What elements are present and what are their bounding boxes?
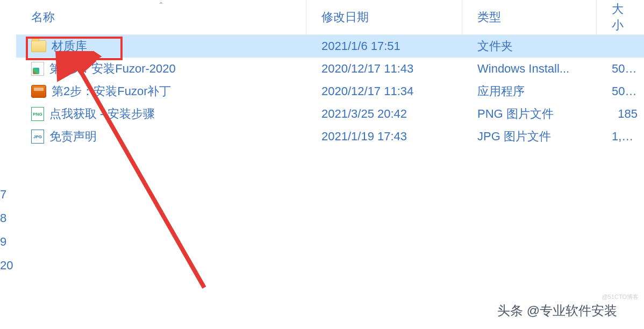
file-row[interactable]: 材质库 2021/1/6 17:51 文件夹 xyxy=(16,35,644,58)
application-icon xyxy=(31,85,46,98)
file-size-cell: 185 xyxy=(597,107,644,121)
column-header-date[interactable]: 修改日期 xyxy=(306,0,462,34)
file-size-cell: 504,120 xyxy=(597,62,644,76)
corner-watermark: @51CTO博客 xyxy=(602,293,639,301)
file-date-cell: 2020/12/17 11:43 xyxy=(306,62,462,76)
file-name-cell: 免责声明 xyxy=(16,128,306,145)
file-type-cell: 文件夹 xyxy=(462,38,597,54)
column-header-name-label: 名称 xyxy=(31,9,55,25)
file-date-cell: 2020/12/17 11:34 xyxy=(306,84,462,98)
file-name-label: 点我获取 - 安装步骤 xyxy=(49,106,155,122)
folder-icon xyxy=(31,40,46,52)
file-date-cell: 2021/1/6 17:51 xyxy=(306,39,462,53)
file-row[interactable]: 第1步：安装Fuzor-2020 2020/12/17 11:43 Window… xyxy=(16,58,644,80)
file-type-cell: PNG 图片文件 xyxy=(462,106,597,122)
file-row[interactable]: 点我获取 - 安装步骤 2021/3/25 20:42 PNG 图片文件 185 xyxy=(16,103,644,125)
column-header-row: 名称 ˄ 修改日期 类型 大小 xyxy=(16,0,644,35)
file-name-label: 第1步：安装Fuzor-2020 xyxy=(49,61,176,77)
column-header-type-label: 类型 xyxy=(477,9,501,25)
file-date-cell: 2021/1/19 17:43 xyxy=(306,130,462,144)
column-header-size[interactable]: 大小 xyxy=(597,0,644,34)
file-type-cell: JPG 图片文件 xyxy=(462,128,597,145)
file-explorer-list: 名称 ˄ 修改日期 类型 大小 材质库 2021/1/6 17:51 文件夹 第… xyxy=(16,0,644,329)
file-size-cell: 50,183 xyxy=(597,84,644,98)
column-header-name[interactable]: 名称 ˄ xyxy=(16,0,306,34)
file-type-cell: 应用程序 xyxy=(462,83,597,99)
line-numbers: 7 8 9 20 xyxy=(0,183,13,277)
jpg-image-icon xyxy=(31,130,44,144)
file-name-cell: 第2步：安装Fuzor补丁 xyxy=(16,83,306,99)
column-header-type[interactable]: 类型 xyxy=(462,0,597,34)
file-name-label: 第2步：安装Fuzor补丁 xyxy=(52,83,171,99)
watermark-text: 头条 @专业软件安装 xyxy=(497,302,617,319)
installer-icon xyxy=(31,62,44,76)
file-name-label: 免责声明 xyxy=(49,128,97,145)
file-row[interactable]: 第2步：安装Fuzor补丁 2020/12/17 11:34 应用程序 50,1… xyxy=(16,80,644,103)
png-image-icon xyxy=(31,107,44,121)
file-date-cell: 2021/3/25 20:42 xyxy=(306,107,462,121)
file-size-cell: 1,009 xyxy=(597,130,644,144)
column-header-date-label: 修改日期 xyxy=(321,9,369,25)
sort-indicator-icon: ˄ xyxy=(159,1,163,10)
file-name-cell: 材质库 xyxy=(16,38,306,54)
file-name-label: 材质库 xyxy=(52,38,87,54)
file-name-cell: 点我获取 - 安装步骤 xyxy=(16,106,306,122)
file-type-cell: Windows Install... xyxy=(462,62,597,76)
file-row[interactable]: 免责声明 2021/1/19 17:43 JPG 图片文件 1,009 xyxy=(16,125,644,148)
column-header-size-label: 大小 xyxy=(612,1,629,33)
file-name-cell: 第1步：安装Fuzor-2020 xyxy=(16,61,306,77)
